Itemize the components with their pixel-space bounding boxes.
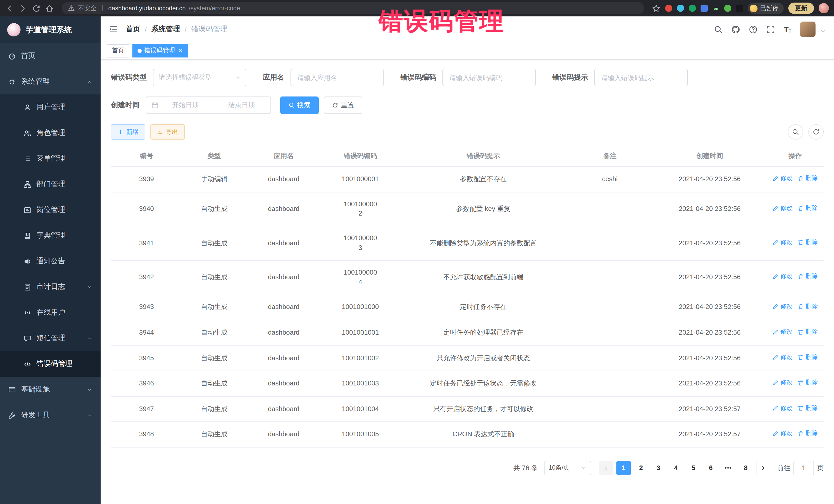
toggle-search-button[interactable] <box>788 124 803 139</box>
sidebar-item-users[interactable]: 角色管理 <box>0 120 101 146</box>
edit-link[interactable]: 修改 <box>773 327 793 336</box>
reload-icon[interactable] <box>32 4 41 13</box>
delete-link[interactable]: 删除 <box>798 204 818 213</box>
breadcrumb-home[interactable]: 首页 <box>126 25 140 34</box>
search-icon[interactable] <box>714 25 723 34</box>
page-size-select[interactable]: 10条/页 <box>544 461 591 475</box>
extension-pin-icon[interactable] <box>736 5 743 12</box>
edit-link[interactable]: 修改 <box>773 238 793 247</box>
cell-hint: 定时任务不存在 <box>399 294 567 320</box>
table-row: 3943自动生成dashboard1001001000定时任务不存在2021-0… <box>111 294 824 320</box>
reset-button[interactable]: 重置 <box>324 96 363 114</box>
help-icon[interactable] <box>749 25 758 34</box>
pager-ellipsis[interactable]: ••• <box>721 461 736 475</box>
delete-link[interactable]: 删除 <box>798 302 818 311</box>
font-size-icon[interactable]: TT <box>784 25 791 34</box>
edit-link[interactable]: 修改 <box>773 378 793 387</box>
prev-page-button[interactable] <box>599 461 613 475</box>
cell-remark <box>567 320 653 345</box>
cell-time: 2021-04-20 23:52:57 <box>653 396 767 422</box>
delete-link[interactable]: 删除 <box>798 404 818 413</box>
edit-link[interactable]: 修改 <box>773 404 793 413</box>
sms-icon <box>24 334 31 342</box>
add-button[interactable]: 新增 <box>111 124 145 139</box>
sidebar-item-code[interactable]: 错误码管理 <box>0 351 101 377</box>
logo-image <box>7 23 21 37</box>
edit-link[interactable]: 修改 <box>773 429 793 438</box>
sidebar-item-online[interactable]: 在线用户 <box>0 300 101 325</box>
delete-link[interactable]: 删除 <box>798 272 818 281</box>
page-button-6[interactable]: 6 <box>704 461 718 475</box>
error-type-select[interactable]: 请选择错误码类型 <box>153 69 246 86</box>
home-icon[interactable] <box>45 4 54 13</box>
extension-check-icon[interactable] <box>689 5 696 12</box>
tab-error-code[interactable]: 错误码管理 × <box>132 44 188 57</box>
refresh-table-button[interactable] <box>808 124 824 139</box>
edit-link[interactable]: 修改 <box>773 174 793 183</box>
update-button[interactable]: 更新 <box>788 3 814 14</box>
page-button-2[interactable]: 2 <box>634 461 648 475</box>
breadcrumb-system[interactable]: 系统管理 <box>151 25 180 34</box>
sidebar-item-sms[interactable]: 短信管理 <box>0 325 101 351</box>
sidebar-item-infra[interactable]: 基础设施 <box>0 377 101 402</box>
delete-link[interactable]: 删除 <box>798 378 818 387</box>
edit-link[interactable]: 修改 <box>773 272 793 281</box>
bookmark-star-icon[interactable] <box>652 4 660 13</box>
sidebar-item-gear[interactable]: 系统管理 <box>0 69 101 94</box>
error-hint-input[interactable] <box>594 69 688 86</box>
extension-on-icon[interactable]: on <box>712 5 720 12</box>
page-button-5[interactable]: 5 <box>686 461 701 475</box>
cell-app: dashboard <box>246 371 321 396</box>
cell-ops: 修改删除 <box>767 345 824 371</box>
sidebar-item-book[interactable]: 字典管理 <box>0 223 101 248</box>
breadcrumb: 首页 / 系统管理 / 错误码管理 <box>126 25 227 34</box>
search-button[interactable]: 搜索 <box>280 96 319 114</box>
delete-link[interactable]: 删除 <box>798 327 818 336</box>
tab-home[interactable]: 首页 <box>107 44 129 57</box>
page-button-3[interactable]: 3 <box>651 461 666 475</box>
sidebar-item-badge[interactable]: 岗位管理 <box>0 197 101 223</box>
sidebar-item-user[interactable]: 用户管理 <box>0 94 101 120</box>
sidebar-item-megaphone[interactable]: 通知公告 <box>0 248 101 274</box>
next-page-button[interactable] <box>756 461 770 475</box>
edit-link[interactable]: 修改 <box>773 204 793 213</box>
browser-profile-avatar[interactable] <box>819 3 829 13</box>
app-logo[interactable]: 芋道管理系统 <box>0 17 101 43</box>
extension-leaf-icon[interactable] <box>724 5 731 12</box>
sidebar-item-gauge[interactable]: 首页 <box>0 43 101 69</box>
fullscreen-icon[interactable] <box>767 25 775 34</box>
page-button-1[interactable]: 1 <box>616 461 631 475</box>
infra-icon <box>8 386 16 393</box>
delete-link[interactable]: 删除 <box>798 174 818 183</box>
app-name-input[interactable] <box>290 69 384 86</box>
github-icon[interactable] <box>731 25 740 34</box>
user-avatar[interactable] <box>800 22 815 37</box>
address-bar[interactable]: 不安全 dashboard.yudao.iocoder.cn/system/er… <box>62 2 644 14</box>
extension-drop-icon[interactable] <box>677 5 684 12</box>
page-button-8[interactable]: 8 <box>739 461 753 475</box>
delete-link[interactable]: 删除 <box>798 238 818 247</box>
sidebar-item-tree[interactable]: 部门管理 <box>0 171 101 197</box>
filter-type-label: 错误码类型 <box>111 73 147 82</box>
hamburger-icon[interactable] <box>109 25 118 34</box>
edit-link[interactable]: 修改 <box>773 302 793 311</box>
paused-extension-button[interactable]: 已暂停 <box>748 3 784 14</box>
extension-grid-icon[interactable] <box>701 5 708 12</box>
close-tab-icon[interactable]: × <box>179 47 182 54</box>
error-code-input[interactable] <box>442 69 536 86</box>
delete-link[interactable]: 删除 <box>798 429 818 438</box>
delete-link[interactable]: 删除 <box>798 353 818 362</box>
cell-time: 2021-04-20 23:52:56 <box>653 345 767 371</box>
create-time-range-picker[interactable]: 开始日期 - 结束日期 <box>146 96 271 114</box>
goto-page-input[interactable] <box>793 461 814 475</box>
cell-app: dashboard <box>246 320 321 345</box>
export-button[interactable]: 导出 <box>150 124 185 139</box>
sidebar-item-list[interactable]: 菜单管理 <box>0 146 101 171</box>
edit-link[interactable]: 修改 <box>773 353 793 362</box>
sidebar-item-tool[interactable]: 研发工具 <box>0 402 101 428</box>
forward-icon[interactable] <box>19 4 27 13</box>
back-icon[interactable] <box>5 4 14 13</box>
page-button-4[interactable]: 4 <box>669 461 683 475</box>
sidebar-item-log[interactable]: 审计日志 <box>0 274 101 300</box>
extension-red-icon[interactable] <box>665 5 672 12</box>
